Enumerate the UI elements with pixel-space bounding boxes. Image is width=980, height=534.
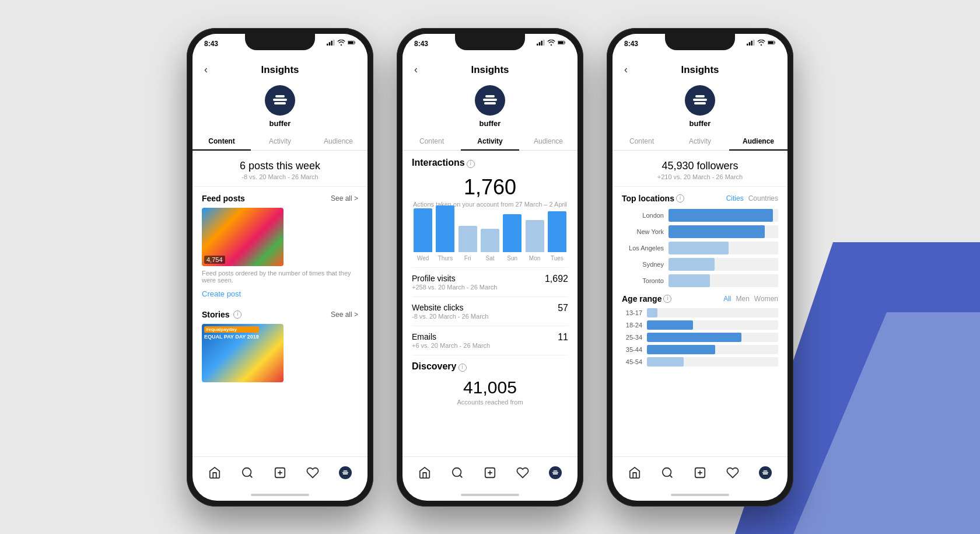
tab-content-1[interactable]: Content: [192, 132, 251, 150]
countries-toggle[interactable]: Countries: [748, 194, 778, 203]
signal-icon-3: [747, 40, 755, 46]
emails-value: 11: [558, 332, 568, 343]
interactions-info-icon: i: [467, 160, 475, 168]
home-bar-3: [671, 494, 729, 496]
age-row-35-44: 35-44: [622, 345, 778, 354]
age-toggle-all[interactable]: All: [723, 295, 731, 303]
notch-bar-2: 8:43: [402, 34, 578, 60]
tab-audience-1[interactable]: Audience: [309, 132, 368, 150]
nav-add-1[interactable]: [272, 465, 288, 480]
nav-search-3[interactable]: [660, 465, 675, 480]
discovery-info-icon: i: [459, 364, 467, 372]
followers-stats: 45,930 followers +210 vs. 20 March - 26 …: [612, 151, 788, 187]
tabs-3: Content Activity Audience: [612, 132, 788, 151]
tab-audience-3[interactable]: Audience: [729, 132, 788, 150]
status-time-1: 8:43: [204, 40, 218, 48]
feed-post-image: 4,754: [202, 208, 284, 266]
age-label-1: 18-24: [622, 322, 642, 329]
profile-visits-label: Profile visits: [412, 274, 497, 283]
website-clicks-sub: -8 vs. 20 March - 26 March: [412, 313, 488, 320]
svg-rect-16: [541, 40, 542, 45]
create-post-button[interactable]: Create post: [192, 287, 368, 301]
age-toggle-women[interactable]: Women: [754, 295, 778, 303]
nav-search-1[interactable]: [240, 465, 255, 480]
bar-col-fri: Fri: [457, 226, 479, 261]
age-bar-bg-1: [647, 320, 778, 330]
battery-icon-1: [348, 40, 356, 46]
nav-home-3[interactable]: [627, 465, 642, 480]
svg-rect-2: [331, 40, 332, 45]
svg-rect-20: [484, 102, 496, 104]
bar-label-tues: Tues: [551, 255, 564, 261]
status-icons-2: [537, 40, 566, 46]
age-row-18-24: 18-24: [622, 320, 778, 330]
stories-see-all[interactable]: See all >: [331, 310, 358, 319]
svg-rect-26: [552, 472, 558, 473]
tab-content-2[interactable]: Content: [402, 132, 461, 150]
discovery-header: Discovery i: [412, 361, 568, 374]
notch-3: [665, 34, 735, 50]
nav-home-1[interactable]: [207, 465, 222, 480]
back-button-1[interactable]: ‹: [204, 64, 208, 76]
age-bars: 13-1718-2425-3435-4445-54: [622, 308, 778, 367]
nav-search-2[interactable]: [450, 465, 465, 480]
nav-profile-2[interactable]: [548, 465, 563, 480]
divider-4: [412, 355, 568, 355]
discovery-sub: Accounts reached from: [412, 399, 568, 406]
nav-heart-1[interactable]: [305, 465, 320, 480]
svg-rect-6: [274, 102, 286, 104]
phone-frame-1: 8:43: [187, 28, 373, 507]
header-title-2: Insights: [471, 64, 509, 76]
age-range-header: Age range i All Men Women: [622, 294, 778, 303]
tab-activity-3[interactable]: Activity: [671, 132, 729, 150]
notch-bar-3: 8:43: [612, 34, 788, 60]
age-row-45-54: 45-54: [622, 357, 778, 367]
nav-profile-3[interactable]: [758, 465, 773, 480]
svg-rect-34: [694, 102, 706, 104]
discovery-count: 41,005: [412, 378, 568, 397]
nav-add-3[interactable]: [692, 465, 708, 480]
phone-audience: 8:43: [607, 28, 793, 507]
cities-toggle[interactable]: Cities: [726, 194, 744, 203]
header-title-3: Insights: [681, 64, 719, 76]
age-bar-bg-3: [647, 345, 778, 354]
location-row-london: London: [622, 209, 778, 222]
avatar-2: [475, 85, 505, 116]
nav-heart-3[interactable]: [725, 465, 740, 480]
buffer-logo-3: [692, 92, 708, 109]
bar-sun: [503, 214, 522, 252]
discovery-title: Discovery: [412, 361, 457, 372]
tab-content-3[interactable]: Content: [612, 132, 671, 150]
emails-row: Emails +6 vs. 20 March - 26 March 11: [412, 332, 568, 349]
followers-comparison: +210 vs. 20 March - 26 March: [624, 173, 776, 180]
svg-rect-35: [693, 99, 707, 101]
bar-label-wed: Wed: [417, 255, 429, 261]
home-indicator-1: [192, 489, 368, 501]
battery-icon-2: [558, 40, 566, 46]
age-toggle-men[interactable]: Men: [736, 295, 750, 303]
location-bar-bg-1: [668, 225, 778, 238]
interactions-count: 1,760: [412, 175, 568, 200]
profile-name-3: buffer: [690, 119, 711, 128]
nav-home-2[interactable]: [417, 465, 432, 480]
nav-heart-2[interactable]: [515, 465, 530, 480]
header-title-1: Insights: [261, 64, 299, 76]
back-button-2[interactable]: ‹: [414, 64, 418, 76]
back-button-3[interactable]: ‹: [624, 64, 628, 76]
location-name-2: Los Angeles: [622, 245, 664, 252]
feed-posts-see-all[interactable]: See all >: [331, 194, 358, 203]
location-bar-bg-4: [668, 274, 778, 287]
svg-rect-8: [275, 95, 285, 97]
divider-1: [412, 267, 568, 268]
location-row-sydney: Sydney: [622, 258, 778, 271]
tab-audience-2[interactable]: Audience: [519, 132, 578, 150]
feed-post-desc: Feed posts ordered by the number of time…: [192, 266, 368, 287]
nav-profile-1[interactable]: [338, 465, 353, 480]
tab-activity-2[interactable]: Activity: [461, 132, 519, 150]
buffer-logo-2: [482, 92, 498, 109]
nav-add-2[interactable]: [482, 465, 498, 480]
age-range-info-icon: i: [663, 295, 671, 303]
tab-activity-1[interactable]: Activity: [251, 132, 309, 150]
svg-rect-28: [747, 43, 748, 45]
audience-content: Top locations i Cities Countries LondonN…: [612, 187, 788, 376]
